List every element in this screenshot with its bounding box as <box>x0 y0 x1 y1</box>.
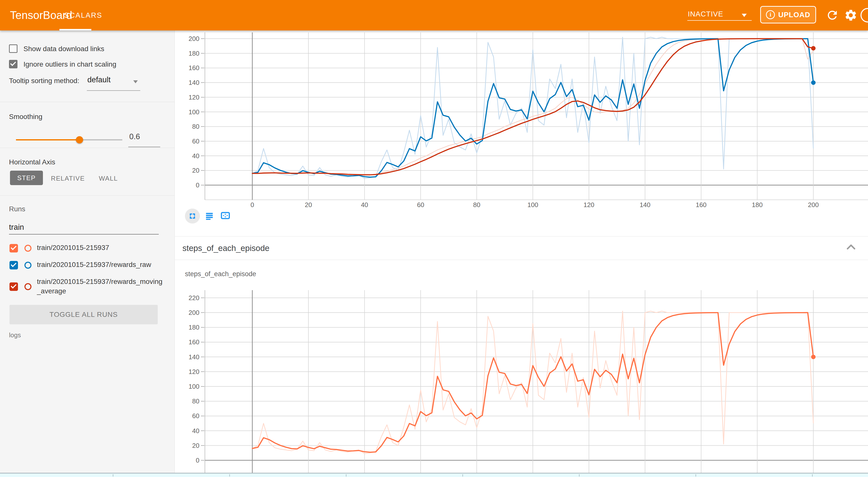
data-table-icon[interactable] <box>205 212 214 222</box>
settings-sidebar: Show data download links Ignore outliers… <box>0 30 175 473</box>
svg-text:0: 0 <box>196 456 199 464</box>
svg-text:120: 120 <box>189 94 199 101</box>
ruler-tick <box>579 474 580 477</box>
svg-text:120: 120 <box>189 368 199 376</box>
dropdown-caret-icon[interactable] <box>742 14 747 17</box>
svg-text:80: 80 <box>192 398 199 405</box>
run-checkbox[interactable] <box>9 282 18 291</box>
svg-text:40: 40 <box>192 152 199 160</box>
svg-text:140: 140 <box>640 201 650 209</box>
gear-icon[interactable] <box>844 8 858 22</box>
ruler-tick <box>695 474 696 477</box>
svg-text:20: 20 <box>192 167 199 174</box>
upload-button-label: UPLOAD <box>778 11 810 19</box>
svg-text:100: 100 <box>527 201 538 209</box>
axis-option-wall[interactable]: WALL <box>99 174 118 182</box>
run-row: train/20201015-215937/rewards_raw <box>0 260 175 273</box>
show-download-links-checkbox[interactable] <box>9 44 18 53</box>
dropdown-caret-icon[interactable] <box>133 80 138 83</box>
svg-text:160: 160 <box>696 201 707 209</box>
chart-title: steps_of_each_episode <box>185 270 256 278</box>
svg-text:200: 200 <box>808 201 818 209</box>
main-content: 0204060801001201401601802000204060801001… <box>175 30 868 477</box>
help-icon[interactable] <box>861 8 868 23</box>
svg-text:0: 0 <box>251 201 254 209</box>
steps-chart-card: steps_of_each_episode 020406080100120140… <box>175 260 868 477</box>
smoothing-label: Smoothing <box>9 113 42 121</box>
run-name: train/20201015-215937/rewards_moving_ave… <box>37 277 164 296</box>
section-title: steps_of_each_episode <box>182 237 270 260</box>
status-underline <box>687 20 752 21</box>
horizontal-axis-label: Horizontal Axis <box>9 158 55 166</box>
status-dropdown[interactable]: INACTIVE <box>688 10 723 18</box>
ruler-tick <box>346 474 346 477</box>
run-color-circle[interactable] <box>25 245 31 252</box>
bottom-strip <box>0 473 868 477</box>
rewards-chart[interactable]: 0204060801001201401601802000204060801001… <box>175 30 868 213</box>
svg-text:0: 0 <box>196 181 199 189</box>
svg-text:100: 100 <box>189 108 199 116</box>
axis-option-step[interactable]: STEP <box>10 171 43 185</box>
rewards-chart-card: 0204060801001201401601802000204060801001… <box>175 30 868 236</box>
run-row: train/20201015-215937 <box>0 243 175 255</box>
collapse-chevron-icon[interactable] <box>845 243 857 251</box>
toggle-all-runs-button[interactable]: TOGGLE ALL RUNS <box>9 305 158 324</box>
svg-text:160: 160 <box>189 338 199 346</box>
runs-label: Runs <box>9 205 25 213</box>
divider <box>0 148 175 148</box>
svg-text:140: 140 <box>189 353 199 361</box>
fit-domain-icon[interactable] <box>220 211 230 221</box>
app-title: TensorBoard <box>10 0 72 30</box>
svg-text:200: 200 <box>189 35 199 42</box>
run-color-circle[interactable] <box>25 283 31 290</box>
svg-text:160: 160 <box>189 64 199 72</box>
tooltip-sorting-underline <box>87 90 140 91</box>
fullscreen-icon[interactable] <box>185 209 200 224</box>
runs-filter-input[interactable] <box>9 221 159 234</box>
steps-chart[interactable]: 020406080100120140160180200220 <box>175 289 868 477</box>
svg-text:220: 220 <box>189 294 199 301</box>
run-name: train/20201015-215937/rewards_raw <box>37 260 164 269</box>
svg-text:20: 20 <box>192 442 199 449</box>
show-download-links-label: Show data download links <box>24 44 104 53</box>
tab-scalars[interactable]: SCALARS <box>64 0 102 30</box>
runs-group-note: logs <box>9 331 21 339</box>
svg-text:100: 100 <box>189 383 199 390</box>
divider <box>0 102 175 102</box>
svg-text:120: 120 <box>584 201 594 209</box>
svg-text:80: 80 <box>473 201 480 209</box>
ruler-tick <box>229 474 230 477</box>
svg-text:200: 200 <box>189 309 199 316</box>
smoothing-slider-thumb[interactable] <box>76 136 83 144</box>
svg-text:40: 40 <box>192 427 199 435</box>
run-name: train/20201015-215937 <box>37 243 164 252</box>
smoothing-slider-track[interactable] <box>80 139 122 140</box>
smoothing-slider-track-filled[interactable] <box>16 139 80 140</box>
svg-text:180: 180 <box>752 201 763 209</box>
app-header: TensorBoard SCALARS INACTIVE i UPLOAD <box>0 0 868 30</box>
tooltip-sorting-select[interactable]: default <box>87 75 111 84</box>
run-checkbox[interactable] <box>9 244 18 252</box>
svg-text:180: 180 <box>189 50 199 57</box>
svg-text:180: 180 <box>189 324 199 331</box>
ignore-outliers-checkbox[interactable] <box>9 60 18 68</box>
ruler-tick <box>113 474 113 477</box>
smoothing-value-underline <box>128 147 160 147</box>
ruler-tick <box>462 474 463 477</box>
run-checkbox[interactable] <box>9 261 18 269</box>
refresh-icon[interactable] <box>826 8 839 22</box>
svg-text:60: 60 <box>192 412 199 420</box>
svg-text:140: 140 <box>189 79 199 86</box>
ruler-tick <box>812 474 813 477</box>
section-header[interactable]: steps_of_each_episode <box>175 237 868 260</box>
tensorboard-app: TensorBoard SCALARS INACTIVE i UPLOAD Sh… <box>0 0 868 477</box>
run-row: train/20201015-215937/rewards_moving_ave… <box>0 277 175 300</box>
axis-option-relative[interactable]: RELATIVE <box>51 174 85 182</box>
upload-button[interactable]: i UPLOAD <box>760 6 816 24</box>
ignore-outliers-label: Ignore outliers in chart scaling <box>24 60 116 69</box>
run-color-circle[interactable] <box>25 262 31 269</box>
smoothing-value-field[interactable]: 0.6 <box>129 132 140 141</box>
tooltip-sorting-label: Tooltip sorting method: <box>9 77 80 85</box>
tab-active-underline <box>59 29 91 30</box>
svg-text:60: 60 <box>417 201 424 209</box>
